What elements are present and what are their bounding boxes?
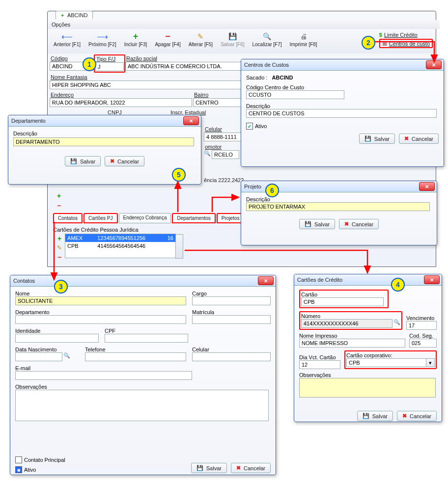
label-email: E-mail [15,365,271,371]
cartao-corporativo-select[interactable] [346,358,426,367]
cpf-input[interactable] [105,334,188,343]
endereco-input[interactable] [50,98,192,107]
nome-input[interactable] [15,296,186,305]
cancelar-button[interactable]: ✖Cancelar [339,219,379,229]
cargo-input[interactable] [192,296,271,305]
edit-icon[interactable]: ✎ [57,244,62,251]
main-tab[interactable]: + ABCIND [56,11,93,19]
toolbar-label: Localizar [F7] [252,42,282,47]
ativo-checkbox[interactable]: ■ Ativo [15,466,36,473]
salvar-button[interactable]: 💾Salvar [357,411,393,421]
toolbar-incluir[interactable]: + Incluir [F3] [121,32,150,53]
badge-4: 4 [391,278,405,292]
save-icon: 💾 [196,465,203,471]
salvar-button[interactable]: 💾Salvar [299,219,335,229]
codigo-centro-input[interactable] [246,90,344,99]
scrollbar[interactable] [175,234,183,259]
telefone-input[interactable] [85,352,186,361]
salvar-button[interactable]: 💾Salvar [191,463,227,473]
label-codigo-centro: Código Centro de Custo [246,84,439,90]
centros-custo-link[interactable]: ▦ Centros de custo [379,39,433,48]
promotor-input[interactable] [212,150,239,159]
toolbar-apagar[interactable]: − Apagar [F4] [152,32,183,53]
bairro-input[interactable] [193,98,242,107]
vencimento-input[interactable] [406,321,437,330]
table-row[interactable]: CPB 4145564564564546 [65,242,175,250]
nome-impresso-input[interactable] [299,339,405,347]
search-icon[interactable]: 🔍 [204,150,211,159]
plus-icon[interactable]: + [57,192,61,200]
tab-departamentos[interactable]: Departamentos [172,213,215,223]
tab-cartoes-pj[interactable]: Cartões PJ [84,213,117,223]
tab-projetos[interactable]: Projetos [217,213,245,223]
edit-icon: ✎ [196,32,205,41]
contatos-dialog: Contatos ✕ Nome Cargo Departamento Matrí… [10,275,276,475]
search-icon[interactable]: 🔍 [63,352,70,361]
matricula-input[interactable] [192,315,271,324]
chevron-down-icon[interactable]: ▾ [426,358,435,367]
close-button[interactable]: ✕ [424,275,440,284]
link-label: Limite Crédito [384,32,418,38]
toolbar-imprimir[interactable]: 🖨 Imprimir [F8] [287,32,320,53]
checkbox-icon [15,456,22,463]
cancel-icon: ✖ [344,221,349,227]
observacoes-input[interactable] [299,378,436,398]
limite-credito-link[interactable]: $ Limite Crédito [379,32,418,38]
identidade-input[interactable] [15,334,99,343]
descricao-input[interactable] [13,137,194,146]
data-nascimento-input[interactable] [15,352,62,361]
btn-label: Cancelar [117,159,139,164]
tipo-input[interactable] [95,62,124,71]
cancel-icon: ✖ [110,158,114,164]
cancel-icon: ✖ [236,465,241,471]
toolbar-alterar[interactable]: ✎ Alterar [F5] [186,32,216,53]
plus-icon: + [61,12,64,18]
btn-label: Cancelar [244,465,265,471]
cancelar-button[interactable]: ✖Cancelar [231,463,271,473]
dialog-title: Departamento [11,118,46,124]
ativo-checkbox[interactable]: ✔ Ativo [246,123,267,130]
badge-2: 2 [362,36,375,50]
tab-endereco-cobranca[interactable]: Endereço Cobrança [119,213,171,223]
cancelar-button[interactable]: ✖Cancelar [397,411,437,421]
check-icon: ✔ [246,123,253,130]
menu-opcoes[interactable]: Opções [52,22,70,27]
salvar-button[interactable]: 💾Salvar [359,134,395,144]
nome-fantasia-input[interactable] [50,80,246,89]
celular-input[interactable] [192,352,271,361]
plus-icon[interactable]: + [57,235,61,242]
toolbar-label: Imprimir [F8] [290,42,317,47]
close-button[interactable]: ✕ [419,182,435,191]
close-button[interactable]: ✕ [258,276,274,285]
observacoes-input[interactable] [15,390,269,421]
cartao-input[interactable] [301,297,384,306]
close-button[interactable]: ✕ [426,60,442,69]
descricao-input[interactable] [246,109,437,118]
cod-seg-input[interactable] [409,339,437,347]
toolbar-anterior[interactable]: ⟵ Anterior [F1] [51,32,84,53]
ref-line: ência 2222.2422 [204,177,244,183]
minus-icon[interactable]: − [57,253,61,261]
toolbar-label: Salvar [F6] [221,42,244,47]
toolbar-localizar[interactable]: 🔍 Localizar [F7] [250,32,285,53]
label-bairro: Bairro [193,92,242,98]
close-button[interactable]: ✕ [183,116,199,125]
checkbox-label: Ativo [255,123,267,129]
numero-input[interactable] [301,319,392,328]
salvar-button[interactable]: 💾Salvar [65,156,101,166]
dia-vct-input[interactable] [299,360,340,369]
tab-contatos[interactable]: Contatos [53,213,83,223]
minus-icon[interactable]: − [57,202,61,210]
badge-6: 6 [265,184,279,197]
celular-input[interactable] [204,133,243,141]
table-row[interactable]: AMEX 1234567894551256 16 [65,234,175,242]
email-input[interactable] [15,371,192,380]
descricao-input[interactable] [246,202,430,211]
cancelar-button[interactable]: ✖Cancelar [105,156,144,166]
contato-principal-checkbox[interactable]: Contato Principal [15,456,65,463]
toolbar-proximo[interactable]: ⟶ Próximo [F2] [85,32,119,53]
toolbar: ⟵ Anterior [F1] ⟶ Próximo [F2] + Incluir… [48,30,436,53]
departamento-input[interactable] [15,315,186,324]
cancelar-button[interactable]: ✖Cancelar [399,134,439,144]
search-icon[interactable]: 🔍 [393,319,400,328]
